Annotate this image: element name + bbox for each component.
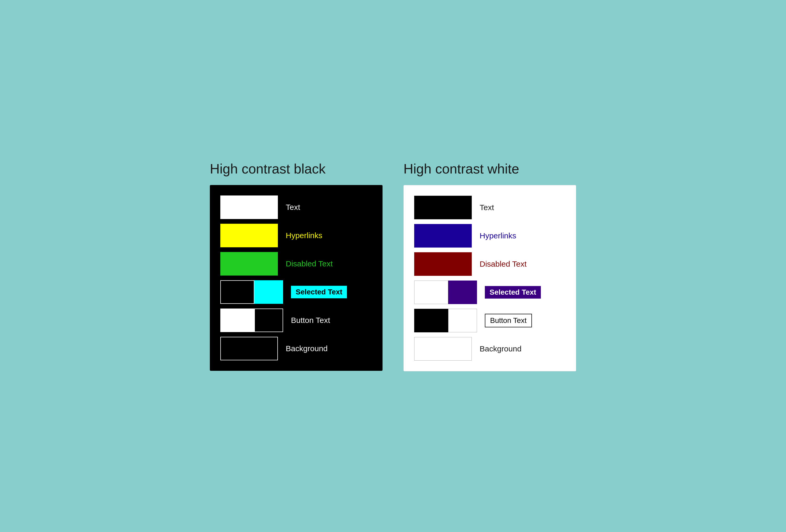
black-selected-swatch-pair xyxy=(220,280,283,304)
black-disabled-row: Disabled Text xyxy=(220,252,372,276)
black-selected-badge: Selected Text xyxy=(291,286,347,298)
black-selected-swatch-cyan xyxy=(254,280,283,304)
black-hyperlinks-row: Hyperlinks xyxy=(220,224,372,247)
black-button-row: Button Text xyxy=(220,308,372,332)
white-text-swatch xyxy=(414,196,472,219)
white-selected-swatch-light xyxy=(414,280,448,304)
black-hyperlinks-swatch xyxy=(220,224,278,247)
white-text-row: Text xyxy=(414,196,565,219)
white-button-badge: Button Text xyxy=(485,314,532,327)
black-bg-swatch xyxy=(220,337,278,360)
black-disabled-label: Disabled Text xyxy=(286,259,333,268)
white-button-swatch-pair xyxy=(414,309,477,332)
white-hyperlinks-label: Hyperlinks xyxy=(480,231,516,240)
black-panel: High contrast black Text Hyperlinks Disa… xyxy=(210,161,383,371)
black-bg-label: Background xyxy=(286,344,328,353)
black-disabled-swatch xyxy=(220,252,278,276)
page-wrapper: High contrast black Text Hyperlinks Disa… xyxy=(210,161,576,371)
black-text-swatch xyxy=(220,195,278,219)
black-text-row: Text xyxy=(220,195,372,219)
white-button-swatch-dark xyxy=(414,309,448,332)
white-hyperlinks-swatch xyxy=(414,224,472,248)
white-bg-row: Background xyxy=(414,337,565,361)
white-selected-swatch-purple xyxy=(448,280,477,304)
white-disabled-swatch xyxy=(414,252,472,276)
black-selected-swatch-dark xyxy=(220,280,254,304)
white-selected-row: Selected Text xyxy=(414,280,565,304)
black-bg-row: Background xyxy=(220,337,372,360)
black-selected-row: Selected Text xyxy=(220,280,372,304)
black-button-swatch-pair xyxy=(220,308,283,332)
black-hyperlinks-label: Hyperlinks xyxy=(286,231,322,240)
black-text-label: Text xyxy=(286,203,300,212)
white-hyperlinks-row: Hyperlinks xyxy=(414,224,565,248)
white-selected-swatch-pair xyxy=(414,280,477,304)
white-bg-label: Background xyxy=(480,344,522,353)
white-button-swatch-light xyxy=(448,309,477,332)
white-disabled-row: Disabled Text xyxy=(414,252,565,276)
white-bg-swatch xyxy=(414,337,472,361)
white-card: Text Hyperlinks Disabled Text Selected T… xyxy=(403,185,576,371)
white-disabled-label: Disabled Text xyxy=(480,260,527,269)
black-card: Text Hyperlinks Disabled Text Selected T… xyxy=(210,185,383,371)
black-panel-title: High contrast black xyxy=(210,161,383,177)
black-button-label: Button Text xyxy=(291,316,330,325)
white-panel-title: High contrast white xyxy=(403,161,576,177)
black-button-swatch-dark xyxy=(254,308,283,332)
white-text-label: Text xyxy=(480,203,494,212)
white-selected-badge: Selected Text xyxy=(485,286,541,299)
white-button-row: Button Text xyxy=(414,309,565,332)
black-button-swatch-white xyxy=(220,308,254,332)
white-panel: High contrast white Text Hyperlinks Disa… xyxy=(403,161,576,371)
